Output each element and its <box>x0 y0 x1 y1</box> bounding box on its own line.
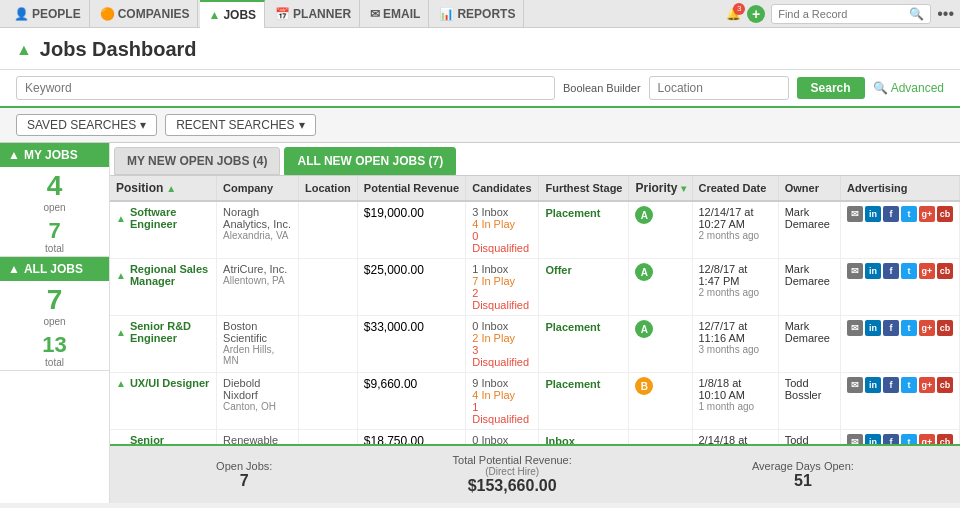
job-title-link[interactable]: ▲ Senior Accountant <box>116 434 210 444</box>
saved-searches-button[interactable]: SAVED SEARCHES ▾ <box>16 114 157 136</box>
owner-name[interactable]: Todd Bossler <box>785 377 834 401</box>
adv-icon-adv-li[interactable]: in <box>865 206 881 222</box>
adv-icon-adv-fb[interactable]: f <box>883 206 899 222</box>
adv-icon-adv-fb[interactable]: f <box>883 263 899 279</box>
adv-icon-adv-tw[interactable]: t <box>901 377 917 393</box>
recent-searches-button[interactable]: RECENT SEARCHES ▾ <box>165 114 315 136</box>
adv-icon-adv-li[interactable]: in <box>865 434 881 444</box>
adv-icon-adv-li[interactable]: in <box>865 377 881 393</box>
adv-icon-adv-gp[interactable]: g+ <box>919 377 935 393</box>
boolean-builder-link[interactable]: Boolean Builder <box>563 82 641 94</box>
cell-candidates: 0 Inbox 2 In Play 3 Disqualified <box>466 316 539 373</box>
adv-icon-adv-gp[interactable]: g+ <box>919 434 935 444</box>
location-input[interactable] <box>649 76 789 100</box>
notification-badge: 3 <box>733 3 745 15</box>
adv-icon-adv-cb[interactable]: cb <box>937 434 953 444</box>
job-location: Canton, OH <box>223 401 292 412</box>
created-date: 12/8/17 at 1:47 PM <box>699 263 772 287</box>
stage-link[interactable]: Placement <box>545 378 600 390</box>
job-title-link[interactable]: ▲ UX/UI Designer <box>116 377 210 389</box>
adv-icon-adv-fb[interactable]: f <box>883 377 899 393</box>
adv-icon-adv-tw[interactable]: t <box>901 320 917 336</box>
global-search-input[interactable] <box>778 8 909 20</box>
keyword-input[interactable] <box>16 76 555 100</box>
cell-position: ▲ Senior R&D Engineer <box>110 316 217 373</box>
adv-icon-adv-tw[interactable]: t <box>901 206 917 222</box>
col-candidates[interactable]: Candidates <box>466 176 539 201</box>
tab-all-new-open-jobs[interactable]: ALL NEW OPEN JOBS (7) <box>284 147 456 175</box>
job-company[interactable]: Renewable Energy Group, Inc. <box>223 434 292 444</box>
adv-icon-adv-gp[interactable]: g+ <box>919 320 935 336</box>
job-title-link[interactable]: ▲ Regional Sales Manager <box>116 263 210 287</box>
adv-icon-adv-gp[interactable]: g+ <box>919 263 935 279</box>
job-company[interactable]: Diebold Nixdorf <box>223 377 292 401</box>
add-record-button[interactable]: + <box>747 5 765 23</box>
candidate-disqualified: 0 Disqualified <box>472 230 532 254</box>
job-title-link[interactable]: ▲ Senior R&D Engineer <box>116 320 210 344</box>
adv-icon-adv-fb[interactable]: f <box>883 320 899 336</box>
cell-date: 1/8/18 at 10:10 AM 1 month ago <box>692 373 778 430</box>
col-advertising[interactable]: Advertising <box>840 176 959 201</box>
col-stage[interactable]: Furthest Stage <box>539 176 629 201</box>
adv-icon-adv-li[interactable]: in <box>865 320 881 336</box>
job-company[interactable]: Noragh Analytics, Inc. <box>223 206 292 230</box>
adv-icon-adv-tw[interactable]: t <box>901 434 917 444</box>
job-title-link[interactable]: ▲ Software Engineer <box>116 206 210 230</box>
stage-link[interactable]: Placement <box>545 207 600 219</box>
job-company[interactable]: AtriCure, Inc. <box>223 263 292 275</box>
nav-item-people[interactable]: 👤 PEOPLE <box>6 0 90 28</box>
magnifier-icon: 🔍 <box>873 81 888 95</box>
cell-advertising: ✉inftg+cb <box>840 201 959 259</box>
col-company[interactable]: Company <box>217 176 299 201</box>
adv-icon-adv-email[interactable]: ✉ <box>847 263 863 279</box>
stage-link[interactable]: Inbox <box>545 435 574 444</box>
col-date[interactable]: Created Date <box>692 176 778 201</box>
table-header-row: Position ▲ Company Location Potential Re… <box>110 176 960 201</box>
candidate-inbox: 9 Inbox <box>472 377 532 389</box>
adv-icon-adv-email[interactable]: ✉ <box>847 206 863 222</box>
nav-item-jobs[interactable]: ▲ JOBS <box>200 0 265 28</box>
adv-icon-adv-cb[interactable]: cb <box>937 263 953 279</box>
adv-icon-adv-li[interactable]: in <box>865 263 881 279</box>
owner-name[interactable]: Mark Demaree <box>785 263 834 287</box>
cell-location <box>299 259 358 316</box>
col-position[interactable]: Position ▲ <box>110 176 217 201</box>
more-options-button[interactable]: ••• <box>937 5 954 23</box>
adv-icon-adv-tw[interactable]: t <box>901 263 917 279</box>
cell-company: Diebold Nixdorf Canton, OH <box>217 373 299 430</box>
nav-item-planner[interactable]: 📅 PLANNER <box>267 0 360 28</box>
col-revenue[interactable]: Potential Revenue <box>357 176 465 201</box>
candidate-play: 2 In Play <box>472 332 532 344</box>
all-jobs-icon: ▲ <box>8 262 20 276</box>
global-search[interactable]: 🔍 <box>771 4 931 24</box>
date-ago: 3 months ago <box>699 344 772 355</box>
adv-icon-adv-fb[interactable]: f <box>883 434 899 444</box>
notification-bell[interactable]: 🔔 3 <box>726 7 741 21</box>
adv-icon-adv-cb[interactable]: cb <box>937 206 953 222</box>
cell-date: 12/7/17 at 11:16 AM 3 months ago <box>692 316 778 373</box>
nav-item-email[interactable]: ✉ EMAIL <box>362 0 429 28</box>
advanced-search-link[interactable]: 🔍 Advanced <box>873 81 944 95</box>
col-priority[interactable]: Priority ▾ <box>629 176 692 201</box>
adv-icon-adv-email[interactable]: ✉ <box>847 320 863 336</box>
tab-my-new-open-jobs[interactable]: MY NEW OPEN JOBS (4) <box>114 147 280 175</box>
adv-icon-adv-cb[interactable]: cb <box>937 377 953 393</box>
col-owner[interactable]: Owner <box>778 176 840 201</box>
adv-icon-adv-gp[interactable]: g+ <box>919 206 935 222</box>
job-company[interactable]: Boston Scientific <box>223 320 292 344</box>
email-icon: ✉ <box>370 7 380 21</box>
adv-icon-adv-email[interactable]: ✉ <box>847 434 863 444</box>
adv-icon-adv-email[interactable]: ✉ <box>847 377 863 393</box>
owner-name[interactable]: Mark Demaree <box>785 320 834 344</box>
priority-badge: A <box>635 320 653 338</box>
adv-icon-adv-cb[interactable]: cb <box>937 320 953 336</box>
nav-item-reports[interactable]: 📊 REPORTS <box>431 0 524 28</box>
advertising-icons: ✉inftg+cb <box>847 377 953 393</box>
owner-name[interactable]: Todd Bossler <box>785 434 834 444</box>
owner-name[interactable]: Mark Demaree <box>785 206 834 230</box>
search-button[interactable]: Search <box>797 77 865 99</box>
nav-item-companies[interactable]: 🟠 COMPANIES <box>92 0 199 28</box>
col-location[interactable]: Location <box>299 176 358 201</box>
stage-link[interactable]: Placement <box>545 321 600 333</box>
stage-link[interactable]: Offer <box>545 264 571 276</box>
